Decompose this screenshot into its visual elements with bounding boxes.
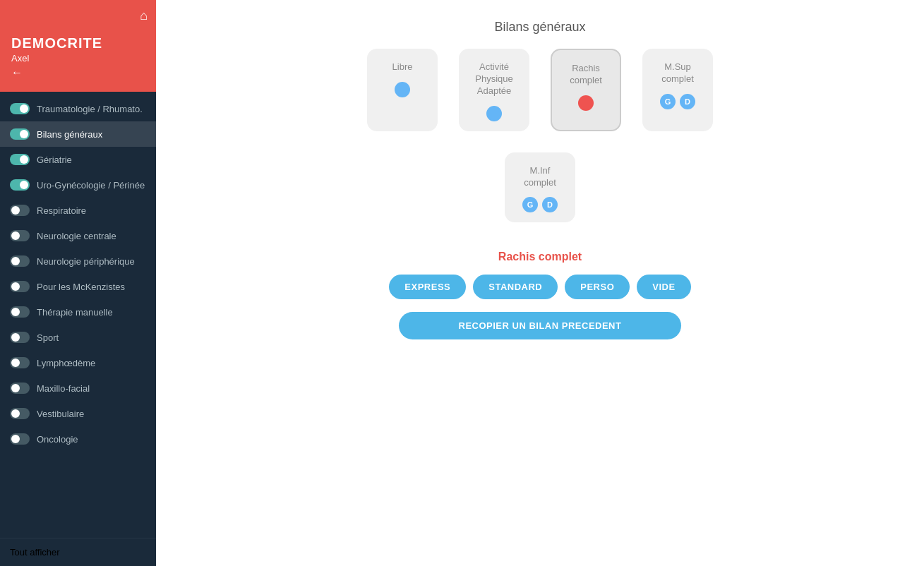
sidebar-item-respiratoire[interactable]: Respiratoire bbox=[0, 198, 156, 223]
sidebar-item-maxillo-facial[interactable]: Maxillo-facial bbox=[0, 375, 156, 401]
card-dots-minf-complet: GD bbox=[522, 197, 558, 212]
dot-blue-g: G bbox=[660, 94, 676, 109]
sidebar-item-label-geriatrie: Gériatrie bbox=[37, 155, 72, 165]
recopier-button[interactable]: RECOPIER UN BILAN PRECEDENT bbox=[399, 312, 681, 339]
sidebar-item-label-respiratoire: Respiratoire bbox=[37, 205, 86, 216]
card-rachis-complet[interactable]: Rachis complet bbox=[551, 49, 621, 131]
sidebar-item-traumatologie[interactable]: Traumatologie / Rhumato. bbox=[0, 96, 156, 121]
card-label-rachis-complet: Rachis complet bbox=[570, 63, 602, 87]
toggle-traumatologie[interactable] bbox=[10, 103, 30, 114]
card-dots-activite-physique-adaptee bbox=[486, 106, 502, 121]
card-label-activite-physique-adaptee: Activité Physique Adaptée bbox=[475, 61, 512, 97]
sidebar-item-bilans-generaux[interactable]: Bilans généraux bbox=[0, 121, 156, 147]
sidebar-item-sport[interactable]: Sport bbox=[0, 325, 156, 350]
toggle-uro-gynecologie[interactable] bbox=[10, 179, 30, 191]
cards-row-1: LibreActivité Physique AdaptéeRachis com… bbox=[156, 49, 924, 145]
back-icon[interactable]: ← bbox=[11, 66, 23, 79]
dot-blue-d: D bbox=[542, 197, 558, 212]
toggle-lymphoedeme[interactable] bbox=[10, 357, 30, 368]
sidebar-item-label-neurologie-centrale: Neurologie centrale bbox=[37, 231, 116, 241]
sidebar-items-list: Traumatologie / Rhumato.Bilans générauxG… bbox=[0, 92, 156, 538]
sidebar-item-label-vestibulaire: Vestibulaire bbox=[37, 409, 84, 419]
card-label-msup-complet: M.Sup complet bbox=[661, 61, 694, 85]
sidebar-item-label-lymphoedeme: Lymphœdème bbox=[37, 358, 95, 368]
dot-blue-g: G bbox=[522, 197, 538, 212]
toggle-maxillo-facial[interactable] bbox=[10, 383, 30, 394]
sidebar-header: ⌂ DEMOCRITE Axel ← bbox=[0, 0, 156, 92]
sidebar-item-neurologie-centrale[interactable]: Neurologie centrale bbox=[0, 223, 156, 248]
toggle-vestibulaire[interactable] bbox=[10, 408, 30, 419]
toggle-neurologie-peripherique[interactable] bbox=[10, 255, 30, 267]
card-dots-msup-complet: GD bbox=[660, 94, 695, 109]
card-minf-complet[interactable]: M.Inf completGD bbox=[505, 152, 575, 223]
sidebar-item-neurologie-peripherique[interactable]: Neurologie périphérique bbox=[0, 248, 156, 274]
toggle-bilans-generaux[interactable] bbox=[10, 128, 30, 140]
page-title: Bilans généraux bbox=[156, 0, 924, 49]
wide-button-wrap: RECOPIER UN BILAN PRECEDENT bbox=[156, 312, 924, 339]
sidebar-item-vestibulaire[interactable]: Vestibulaire bbox=[0, 401, 156, 426]
standard-button[interactable]: STANDARD bbox=[473, 275, 558, 299]
dot-blue bbox=[395, 82, 410, 97]
dot-blue bbox=[486, 106, 502, 121]
sidebar-item-label-uro-gynecologie: Uro-Gynécologie / Périnée bbox=[37, 180, 145, 191]
app-subtitle: Axel bbox=[11, 53, 102, 64]
sidebar-item-label-pour-les-mckenzistes: Pour les McKenzistes bbox=[37, 282, 125, 292]
card-dots-libre bbox=[395, 82, 410, 97]
sidebar-footer-label: Tout afficher bbox=[10, 547, 60, 558]
sidebar-item-label-sport: Sport bbox=[37, 332, 59, 343]
express-button[interactable]: EXPRESS bbox=[389, 275, 466, 299]
sidebar-item-uro-gynecologie[interactable]: Uro-Gynécologie / Périnée bbox=[0, 172, 156, 198]
sidebar-item-oncologie[interactable]: Oncologie bbox=[0, 426, 156, 452]
sidebar-footer[interactable]: Tout afficher bbox=[0, 538, 156, 566]
card-label-libre: Libre bbox=[392, 61, 413, 73]
vide-button[interactable]: VIDE bbox=[637, 275, 690, 299]
card-libre[interactable]: Libre bbox=[367, 49, 438, 131]
card-label-minf-complet: M.Inf complet bbox=[524, 165, 556, 189]
main-content: Bilans généraux LibreActivité Physique A… bbox=[156, 0, 924, 566]
card-dots-rachis-complet bbox=[578, 95, 594, 111]
sidebar-item-label-maxillo-facial: Maxillo-facial bbox=[37, 383, 90, 394]
cards-row-2: M.Inf completGD bbox=[156, 145, 924, 244]
sidebar-item-geriatrie[interactable]: Gériatrie bbox=[0, 147, 156, 172]
action-buttons-row: EXPRESSSTANDARDPERSOVIDE bbox=[156, 275, 924, 299]
toggle-neurologie-centrale[interactable] bbox=[10, 230, 30, 241]
sidebar-item-therapie-manuelle[interactable]: Thérapie manuelle bbox=[0, 299, 156, 325]
sidebar-item-label-oncologie: Oncologie bbox=[37, 434, 78, 445]
sidebar-item-label-traumatologie: Traumatologie / Rhumato. bbox=[37, 104, 143, 114]
perso-button[interactable]: PERSO bbox=[565, 275, 630, 299]
dot-red bbox=[578, 95, 594, 111]
toggle-oncologie[interactable] bbox=[10, 433, 30, 445]
app-title: DEMOCRITE bbox=[11, 35, 102, 52]
dot-blue-d: D bbox=[680, 94, 695, 109]
card-msup-complet[interactable]: M.Sup completGD bbox=[642, 49, 713, 131]
sidebar-item-lymphoedeme[interactable]: Lymphœdème bbox=[0, 350, 156, 375]
card-activite-physique-adaptee[interactable]: Activité Physique Adaptée bbox=[459, 49, 529, 131]
section-title: Rachis complet bbox=[156, 251, 924, 263]
toggle-therapie-manuelle[interactable] bbox=[10, 306, 30, 318]
home-icon[interactable]: ⌂ bbox=[140, 8, 148, 23]
toggle-geriatrie[interactable] bbox=[10, 154, 30, 165]
sidebar-item-label-therapie-manuelle: Thérapie manuelle bbox=[37, 307, 113, 318]
toggle-pour-les-mckenzistes[interactable] bbox=[10, 281, 30, 292]
toggle-respiratoire[interactable] bbox=[10, 205, 30, 216]
toggle-sport[interactable] bbox=[10, 332, 30, 343]
sidebar-item-label-neurologie-peripherique: Neurologie périphérique bbox=[37, 256, 135, 267]
sidebar-item-pour-les-mckenzistes[interactable]: Pour les McKenzistes bbox=[0, 274, 156, 299]
sidebar-item-label-bilans-generaux: Bilans généraux bbox=[37, 129, 102, 140]
sidebar: ⌂ DEMOCRITE Axel ← Traumatologie / Rhuma… bbox=[0, 0, 156, 566]
